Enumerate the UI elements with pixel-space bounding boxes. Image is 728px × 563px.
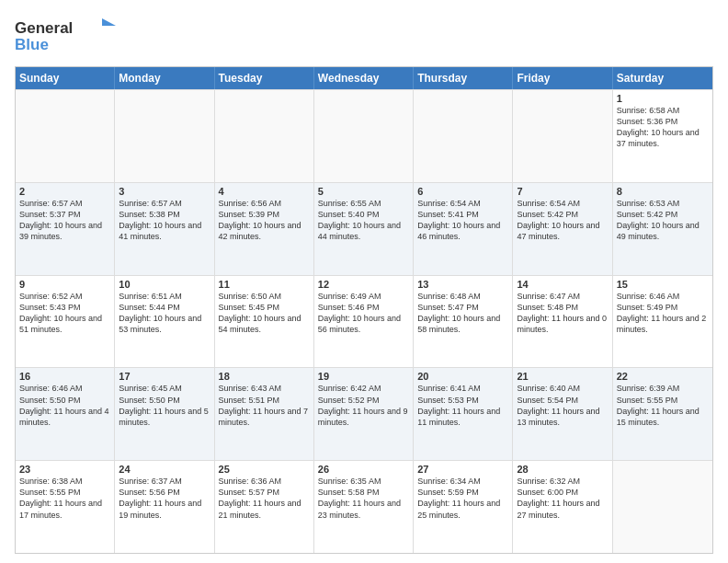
calendar-cell: 20Sunrise: 6:41 AM Sunset: 5:53 PM Dayli…: [414, 368, 513, 460]
day-number: 17: [119, 371, 210, 382]
day-info: Sunrise: 6:36 AM Sunset: 5:57 PM Dayligh…: [219, 476, 310, 521]
calendar-cell: 14Sunrise: 6:47 AM Sunset: 5:48 PM Dayli…: [513, 276, 612, 368]
weekday-header-tuesday: Tuesday: [215, 67, 314, 89]
day-number: 9: [19, 279, 110, 290]
weekday-header-friday: Friday: [513, 67, 612, 89]
calendar-cell: 17Sunrise: 6:45 AM Sunset: 5:50 PM Dayli…: [115, 368, 214, 460]
calendar-cell: 19Sunrise: 6:42 AM Sunset: 5:52 PM Dayli…: [314, 368, 414, 460]
day-info: Sunrise: 6:57 AM Sunset: 5:37 PM Dayligh…: [19, 198, 110, 243]
calendar-cell: 9Sunrise: 6:52 AM Sunset: 5:43 PM Daylig…: [16, 276, 115, 368]
day-number: 18: [219, 371, 310, 382]
calendar-cell: 27Sunrise: 6:34 AM Sunset: 5:59 PM Dayli…: [414, 461, 513, 553]
calendar-cell: 3Sunrise: 6:57 AM Sunset: 5:38 PM Daylig…: [115, 183, 214, 275]
day-number: 20: [417, 371, 508, 382]
calendar-cell: 5Sunrise: 6:55 AM Sunset: 5:40 PM Daylig…: [314, 183, 414, 275]
calendar-cell: [513, 90, 612, 182]
day-info: Sunrise: 6:37 AM Sunset: 5:56 PM Dayligh…: [119, 476, 210, 521]
calendar-cell: [215, 90, 314, 182]
day-number: 11: [219, 279, 310, 290]
logo-block: General Blue: [15, 15, 116, 57]
weekday-header-monday: Monday: [115, 67, 214, 89]
calendar-body: 1Sunrise: 6:58 AM Sunset: 5:36 PM Daylig…: [16, 89, 712, 553]
day-info: Sunrise: 6:42 AM Sunset: 5:52 PM Dayligh…: [318, 383, 409, 428]
calendar-cell: [16, 90, 115, 182]
page: General Blue SundayMondayTuesdayWednesda…: [0, 0, 728, 563]
weekday-header-thursday: Thursday: [414, 67, 513, 89]
calendar-cell: 23Sunrise: 6:38 AM Sunset: 5:55 PM Dayli…: [16, 461, 115, 553]
calendar-cell: 2Sunrise: 6:57 AM Sunset: 5:37 PM Daylig…: [16, 183, 115, 275]
calendar-cell: [115, 90, 214, 182]
day-number: 6: [417, 186, 508, 197]
day-number: 2: [19, 186, 110, 197]
calendar-cell: 15Sunrise: 6:46 AM Sunset: 5:49 PM Dayli…: [613, 276, 712, 368]
day-number: 27: [417, 464, 508, 475]
calendar-cell: 21Sunrise: 6:40 AM Sunset: 5:54 PM Dayli…: [513, 368, 612, 460]
day-info: Sunrise: 6:53 AM Sunset: 5:42 PM Dayligh…: [617, 198, 709, 243]
day-number: 14: [517, 279, 608, 290]
day-number: 5: [318, 186, 409, 197]
calendar-cell: 12Sunrise: 6:49 AM Sunset: 5:46 PM Dayli…: [314, 276, 414, 368]
day-number: 12: [318, 279, 409, 290]
day-info: Sunrise: 6:58 AM Sunset: 5:36 PM Dayligh…: [617, 105, 709, 150]
day-number: 8: [617, 186, 709, 197]
day-info: Sunrise: 6:46 AM Sunset: 5:50 PM Dayligh…: [19, 383, 110, 428]
day-number: 23: [19, 464, 110, 475]
calendar-cell: 7Sunrise: 6:54 AM Sunset: 5:42 PM Daylig…: [513, 183, 612, 275]
day-info: Sunrise: 6:47 AM Sunset: 5:48 PM Dayligh…: [517, 291, 608, 336]
calendar: SundayMondayTuesdayWednesdayThursdayFrid…: [15, 66, 713, 554]
day-number: 1: [617, 93, 709, 104]
svg-text:Blue: Blue: [15, 36, 49, 53]
calendar-cell: 10Sunrise: 6:51 AM Sunset: 5:44 PM Dayli…: [115, 276, 214, 368]
calendar-cell: 6Sunrise: 6:54 AM Sunset: 5:41 PM Daylig…: [414, 183, 513, 275]
day-number: 26: [318, 464, 409, 475]
weekday-header-wednesday: Wednesday: [314, 67, 414, 89]
day-info: Sunrise: 6:56 AM Sunset: 5:39 PM Dayligh…: [219, 198, 310, 243]
calendar-row-0: 1Sunrise: 6:58 AM Sunset: 5:36 PM Daylig…: [16, 89, 712, 182]
calendar-cell: 18Sunrise: 6:43 AM Sunset: 5:51 PM Dayli…: [215, 368, 314, 460]
calendar-cell: 8Sunrise: 6:53 AM Sunset: 5:42 PM Daylig…: [613, 183, 712, 275]
day-number: 19: [318, 371, 409, 382]
calendar-cell: [314, 90, 414, 182]
day-info: Sunrise: 6:48 AM Sunset: 5:47 PM Dayligh…: [417, 291, 508, 336]
day-number: 10: [119, 279, 210, 290]
calendar-cell: 13Sunrise: 6:48 AM Sunset: 5:47 PM Dayli…: [414, 276, 513, 368]
day-number: 15: [617, 279, 709, 290]
svg-text:General: General: [15, 19, 73, 37]
day-info: Sunrise: 6:32 AM Sunset: 6:00 PM Dayligh…: [517, 476, 608, 521]
calendar-cell: 24Sunrise: 6:37 AM Sunset: 5:56 PM Dayli…: [115, 461, 214, 553]
calendar-row-1: 2Sunrise: 6:57 AM Sunset: 5:37 PM Daylig…: [16, 182, 712, 275]
calendar-cell: 25Sunrise: 6:36 AM Sunset: 5:57 PM Dayli…: [215, 461, 314, 553]
day-number: 16: [19, 371, 110, 382]
calendar-cell: 4Sunrise: 6:56 AM Sunset: 5:39 PM Daylig…: [215, 183, 314, 275]
calendar-cell: 16Sunrise: 6:46 AM Sunset: 5:50 PM Dayli…: [16, 368, 115, 460]
day-info: Sunrise: 6:54 AM Sunset: 5:42 PM Dayligh…: [517, 198, 608, 243]
calendar-header: SundayMondayTuesdayWednesdayThursdayFrid…: [16, 67, 712, 89]
day-info: Sunrise: 6:41 AM Sunset: 5:53 PM Dayligh…: [417, 383, 508, 428]
calendar-cell: 28Sunrise: 6:32 AM Sunset: 6:00 PM Dayli…: [513, 461, 612, 553]
day-info: Sunrise: 6:46 AM Sunset: 5:49 PM Dayligh…: [617, 291, 709, 336]
day-info: Sunrise: 6:39 AM Sunset: 5:55 PM Dayligh…: [617, 383, 709, 428]
day-info: Sunrise: 6:40 AM Sunset: 5:54 PM Dayligh…: [517, 383, 608, 428]
day-info: Sunrise: 6:45 AM Sunset: 5:50 PM Dayligh…: [119, 383, 210, 428]
logo: General Blue: [15, 15, 116, 57]
day-number: 22: [617, 371, 709, 382]
day-info: Sunrise: 6:52 AM Sunset: 5:43 PM Dayligh…: [19, 291, 110, 336]
calendar-row-3: 16Sunrise: 6:46 AM Sunset: 5:50 PM Dayli…: [16, 367, 712, 460]
day-number: 4: [219, 186, 310, 197]
day-number: 28: [517, 464, 608, 475]
day-info: Sunrise: 6:38 AM Sunset: 5:55 PM Dayligh…: [19, 476, 110, 521]
day-info: Sunrise: 6:49 AM Sunset: 5:46 PM Dayligh…: [318, 291, 409, 336]
day-info: Sunrise: 6:50 AM Sunset: 5:45 PM Dayligh…: [219, 291, 310, 336]
calendar-cell: [613, 461, 712, 553]
header: General Blue: [15, 15, 713, 57]
day-number: 13: [417, 279, 508, 290]
day-number: 7: [517, 186, 608, 197]
calendar-cell: 11Sunrise: 6:50 AM Sunset: 5:45 PM Dayli…: [215, 276, 314, 368]
calendar-cell: 22Sunrise: 6:39 AM Sunset: 5:55 PM Dayli…: [613, 368, 712, 460]
day-number: 21: [517, 371, 608, 382]
day-info: Sunrise: 6:51 AM Sunset: 5:44 PM Dayligh…: [119, 291, 210, 336]
logo-svg: General Blue: [15, 15, 116, 53]
day-info: Sunrise: 6:54 AM Sunset: 5:41 PM Dayligh…: [417, 198, 508, 243]
day-info: Sunrise: 6:34 AM Sunset: 5:59 PM Dayligh…: [417, 476, 508, 521]
calendar-row-2: 9Sunrise: 6:52 AM Sunset: 5:43 PM Daylig…: [16, 275, 712, 368]
